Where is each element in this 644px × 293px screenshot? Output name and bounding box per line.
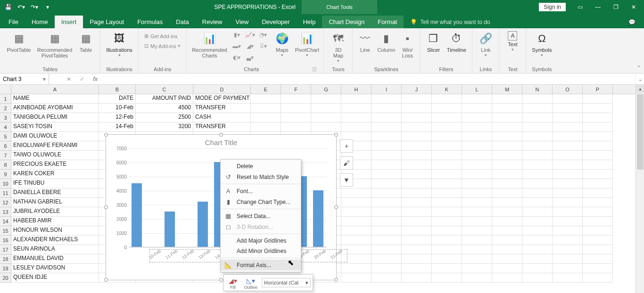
cell[interactable] [522,141,553,151]
cell[interactable] [553,226,583,236]
row-header[interactable]: 17 [0,245,11,254]
resize-handle[interactable] [104,205,108,209]
row-header[interactable]: 6 [0,141,11,151]
cell[interactable] [372,141,402,151]
cell[interactable] [372,104,402,113]
cell[interactable] [372,122,402,132]
cell[interactable]: TRANSFER [193,104,251,113]
cell[interactable] [492,94,522,104]
cell[interactable] [583,104,613,113]
tab-file[interactable]: File [2,16,25,28]
cell[interactable] [372,254,402,264]
col-header[interactable]: O [553,85,583,94]
cell[interactable] [372,170,402,179]
cell[interactable] [402,254,432,264]
row-header[interactable]: 1 [0,94,11,104]
resize-handle[interactable] [219,133,223,137]
row-header[interactable]: 8 [0,160,11,170]
col-header[interactable]: C [136,85,193,94]
row-header[interactable]: 11 [0,188,11,198]
cell[interactable] [341,122,372,132]
cell[interactable] [492,179,522,188]
col-header[interactable]: H [341,85,372,94]
cell[interactable] [462,217,492,226]
maps-button[interactable]: 🌍Maps▾ [272,29,292,57]
cell[interactable] [432,217,462,226]
tab-view[interactable]: View [229,16,255,28]
spark-winloss-button[interactable]: ▪Win/ Loss [399,29,416,58]
cell[interactable] [251,113,281,122]
cell[interactable] [432,264,462,273]
row-header[interactable]: 12 [0,198,11,207]
tab-insert[interactable]: Insert [55,16,83,28]
column-chart-icon[interactable]: ▮▾ [230,29,243,41]
cell[interactable] [553,264,583,273]
cell[interactable] [462,207,492,217]
cell[interactable] [583,236,613,245]
cell[interactable] [462,198,492,207]
cell[interactable]: ENIOLUWAFE FERANMI [11,141,99,151]
cell[interactable] [583,122,613,132]
cell[interactable] [492,160,522,170]
cell[interactable] [492,217,522,226]
cell[interactable] [372,160,402,170]
cell[interactable] [462,151,492,160]
cell[interactable] [372,226,402,236]
enter-formula-icon[interactable]: ✓ [75,73,89,84]
cell[interactable] [522,113,553,122]
cell[interactable] [432,132,462,141]
row-header[interactable]: 5 [0,132,11,141]
cell[interactable]: 2500 [136,113,193,122]
cell[interactable] [553,217,583,226]
cell[interactable] [462,236,492,245]
row-header[interactable]: 14 [0,217,11,226]
cell[interactable] [583,264,613,273]
cell[interactable] [432,170,462,179]
cell[interactable] [522,226,553,236]
col-header[interactable]: L [462,85,492,94]
cell[interactable] [432,122,462,132]
ctx-add-minor-gridlines[interactable]: Add Minor Gridlines [221,246,301,256]
illustrations-button[interactable]: 🖼Illustrations▾ [104,29,134,57]
col-header[interactable]: E [251,85,281,94]
cell[interactable] [402,198,432,207]
cell[interactable] [583,226,613,236]
cell[interactable] [432,151,462,160]
cell[interactable] [432,179,462,188]
cell[interactable] [522,188,553,198]
cell[interactable] [432,94,462,104]
cell[interactable] [492,207,522,217]
scatter-chart-icon[interactable]: ⠿▾ [256,41,270,52]
cell[interactable] [553,179,583,188]
cell[interactable] [402,132,432,141]
cell[interactable] [402,264,432,273]
cell[interactable] [522,122,553,132]
cell[interactable] [402,273,432,283]
bar-chart-icon[interactable]: ▬▾ [230,41,243,52]
cell[interactable] [372,113,402,122]
cell[interactable] [372,132,402,141]
comments-icon[interactable]: 💬 [622,16,642,28]
cell[interactable] [492,226,522,236]
cell[interactable] [522,254,553,264]
cell[interactable] [583,217,613,226]
col-header[interactable]: I [372,85,402,94]
cell[interactable] [492,198,522,207]
my-addins-button[interactable]: ⊡My Add-ins▾ [142,42,182,50]
cell[interactable]: 4500 [136,104,193,113]
cell[interactable] [402,104,432,113]
ctx-change-chart-type[interactable]: ▮Change Chart Type... [221,196,301,207]
undo-icon[interactable]: ↶▾ [16,2,26,12]
cell[interactable] [432,236,462,245]
chart-bar[interactable] [165,212,175,247]
cell[interactable] [341,198,372,207]
expand-formula-icon[interactable]: ⌄ [636,73,644,84]
cell[interactable]: 12-Feb [99,113,136,122]
cell[interactable] [553,104,583,113]
cell[interactable]: CASH [193,113,251,122]
cell[interactable] [402,236,432,245]
cell[interactable] [553,160,583,170]
cell[interactable] [462,179,492,188]
mini-element-dropdown[interactable]: Horizontal (Cat▾ [262,278,311,287]
select-all-corner[interactable] [0,85,11,94]
